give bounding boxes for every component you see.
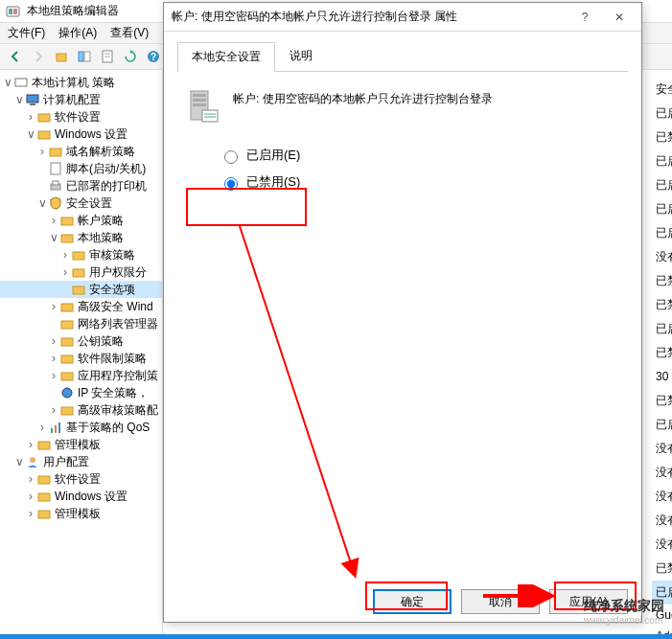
svg-rect-1 xyxy=(9,9,12,14)
tree-label: 脚本(启动/关机) xyxy=(66,161,146,177)
status-item[interactable]: 已禁用 xyxy=(652,126,672,149)
caret-icon: › xyxy=(59,248,71,262)
status-item[interactable]: 已启用 xyxy=(652,173,672,197)
tree-account[interactable]: ›帐户策略 xyxy=(0,212,162,229)
up-icon[interactable] xyxy=(52,47,71,66)
status-item[interactable]: 没有定义 xyxy=(652,245,672,269)
svg-rect-34 xyxy=(58,422,60,433)
policy-server-icon xyxy=(185,87,221,124)
help-icon[interactable]: ? xyxy=(144,47,163,66)
tree-audit[interactable]: ›审核策略 xyxy=(0,246,162,263)
tree-software2[interactable]: ›软件设置 xyxy=(0,470,162,488)
help-button[interactable]: ? xyxy=(570,11,599,24)
refresh-icon[interactable] xyxy=(121,47,140,66)
tree-software[interactable]: ›软件设置 xyxy=(0,108,162,126)
status-item[interactable]: 已禁用 xyxy=(652,269,672,293)
tree-pubkey[interactable]: ›公钥策略 xyxy=(0,332,162,350)
cancel-button[interactable]: 取消 xyxy=(461,589,540,614)
svg-rect-39 xyxy=(38,511,50,518)
tree-label: 用户配置 xyxy=(43,454,89,470)
tree-script[interactable]: 脚本(启动/关机) xyxy=(0,160,162,177)
svg-point-36 xyxy=(30,457,35,463)
status-item[interactable]: 没有定义 xyxy=(652,509,672,533)
tree-netlist[interactable]: 网络列表管理器 xyxy=(0,315,162,332)
svg-rect-27 xyxy=(61,338,73,346)
status-item[interactable]: 已禁用 xyxy=(652,389,672,413)
radio-enabled[interactable]: 已启用(E) xyxy=(220,147,628,164)
status-item[interactable]: 已启用 xyxy=(652,197,672,221)
caret-icon: › xyxy=(48,352,59,365)
status-item[interactable]: 已禁用 xyxy=(652,293,672,317)
tree-user[interactable]: ∨用户配置 xyxy=(0,453,162,470)
status-item[interactable]: 已禁用 xyxy=(652,557,672,581)
status-item[interactable]: 已禁用 xyxy=(652,341,672,365)
tree-label: 域名解析策略 xyxy=(66,144,135,160)
caret-icon: › xyxy=(48,334,59,348)
tree-admtmpl[interactable]: ›管理模板 xyxy=(0,436,162,453)
tree-windows[interactable]: ∨Windows 设置 xyxy=(0,126,162,143)
ok-button[interactable]: 确定 xyxy=(373,589,452,614)
tree-appctrl[interactable]: ›应用程序控制策 xyxy=(0,367,162,384)
tree-ipsec[interactable]: IP 安全策略， xyxy=(0,384,162,401)
show-hide-icon[interactable] xyxy=(75,47,94,66)
svg-rect-11 xyxy=(15,79,27,86)
status-item[interactable]: 已启用 xyxy=(652,221,672,245)
tab-security[interactable]: 本地安全设置 xyxy=(177,42,275,72)
svg-rect-13 xyxy=(30,103,35,105)
tree-security[interactable]: ∨安全设置 xyxy=(0,194,162,212)
menu-view[interactable]: 查看(V) xyxy=(110,25,149,41)
forward-icon[interactable] xyxy=(29,47,48,66)
folder-icon xyxy=(48,144,63,159)
properties-icon[interactable] xyxy=(98,47,117,66)
tree-computer[interactable]: ∨计算机配置 xyxy=(0,91,162,108)
status-item[interactable]: 已启用 xyxy=(652,317,672,341)
caret-icon: ∨ xyxy=(13,455,25,468)
folder-icon xyxy=(59,402,75,418)
tree-admtmpl2[interactable]: ›管理模板 xyxy=(0,505,162,522)
radio-disabled[interactable]: 已禁用(S) xyxy=(220,173,628,191)
tree-local[interactable]: ∨本地策略 xyxy=(0,229,162,246)
tree-label: 计算机配置 xyxy=(43,92,101,108)
tree-label: 本地策略 xyxy=(78,230,124,246)
status-item[interactable]: 没有定义 xyxy=(652,533,672,557)
tree-printers[interactable]: 已部署的打印机 xyxy=(0,177,162,194)
main-title: 本地组策略编辑器 xyxy=(27,3,119,19)
watermark-sub: www.yidaimei.com xyxy=(584,615,664,626)
caret-icon: › xyxy=(25,438,36,451)
tree-rights[interactable]: ›用户权限分 xyxy=(0,263,162,281)
svg-rect-19 xyxy=(53,181,58,185)
menu-file[interactable]: 文件(F) xyxy=(8,25,45,41)
tree-options[interactable]: 安全选项 xyxy=(0,281,162,298)
tree-advfw[interactable]: ›高级安全 Wind xyxy=(0,298,162,315)
tree-dns[interactable]: ›域名解析策略 xyxy=(0,143,162,160)
menu-action[interactable]: 操作(A) xyxy=(58,25,97,41)
tree-qos[interactable]: ›基于策略的 QoS xyxy=(0,419,162,436)
close-button[interactable]: ✕ xyxy=(605,11,634,24)
status-item[interactable]: 已启用 xyxy=(652,102,672,126)
status-item[interactable]: 30 天 xyxy=(652,365,672,389)
status-item[interactable]: 已启用 xyxy=(652,413,672,437)
radio-disabled-input[interactable] xyxy=(224,177,238,191)
radio-enabled-input[interactable] xyxy=(224,150,238,164)
status-item[interactable]: 已启用 xyxy=(652,149,672,173)
folder-icon xyxy=(36,109,52,125)
status-item[interactable]: 没有定义 xyxy=(652,437,672,461)
tree-windows2[interactable]: ›Windows 设置 xyxy=(0,488,162,505)
radio-disabled-label: 已禁用(S) xyxy=(246,173,300,191)
status-item[interactable]: 没有定义 xyxy=(652,461,672,485)
back-icon[interactable] xyxy=(6,47,25,66)
tree-advaudit[interactable]: ›高级审核策略配 xyxy=(0,401,162,419)
policy-name: 帐户: 使用空密码的本地帐户只允许进行控制台登录 xyxy=(233,87,493,107)
svg-rect-37 xyxy=(38,476,50,484)
tree-label: 本地计算机 策略 xyxy=(32,75,115,91)
status-item[interactable]: 安全设置 xyxy=(652,78,672,102)
tree-swres[interactable]: ›软件限制策略 xyxy=(0,350,162,367)
tree-root[interactable]: ∨本地计算机 策略 xyxy=(0,74,162,91)
dialog-titlebar[interactable]: 帐户: 使用空密码的本地帐户只允许进行控制台登录 属性 ? ✕ xyxy=(164,3,641,32)
tab-explain[interactable]: 说明 xyxy=(275,41,327,71)
tree-pane[interactable]: ∨本地计算机 策略 ∨计算机配置 ›软件设置 ∨Windows 设置 ›域名解析… xyxy=(0,70,163,639)
tree-label: 安全设置 xyxy=(66,195,112,212)
dialog-tabs: 本地安全设置 说明 xyxy=(177,41,628,72)
caret-icon: › xyxy=(36,145,48,158)
status-item[interactable]: 没有定义 xyxy=(652,485,672,509)
